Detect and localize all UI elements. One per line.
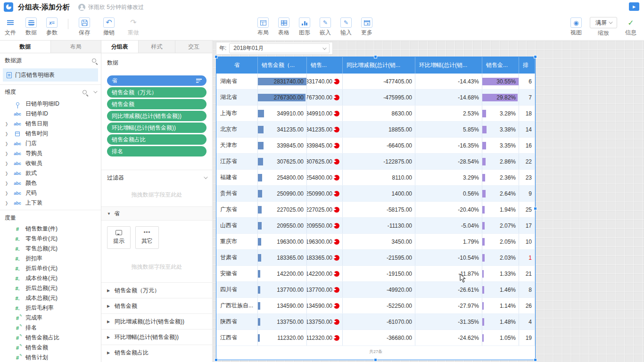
field-pill[interactable]: 环比增幅(总计(销售金额)) [107, 123, 206, 133]
table-row[interactable]: 陕西省133750.00133750.00-61070.00-31.35%1.4… [216, 314, 535, 330]
column-header[interactable]: 环比增幅(总计(销... [415, 57, 482, 74]
input-button[interactable]: ✎ 输入 [336, 17, 356, 37]
layout-button[interactable]: 布局 [253, 17, 273, 37]
more-button[interactable]: 更多 [356, 17, 377, 37]
dimension-item[interactable]: ❯abc收银员 [0, 158, 101, 168]
column-header[interactable]: 销售金额（... [258, 57, 307, 74]
info-button[interactable]: ✓ 信息 [620, 17, 641, 37]
expand-caret-icon[interactable]: ❯ [5, 132, 9, 136]
resize-handle-nw[interactable] [215, 55, 218, 58]
table-row[interactable]: 四川省137700.00137700.00-49920.00-26.61%1.4… [216, 282, 535, 298]
measure-item[interactable]: #.折后单价(元) [0, 263, 101, 273]
measure-item[interactable]: #.折后总额(元) [0, 283, 101, 293]
embed-button[interactable]: ✎ 嵌入 [315, 17, 336, 37]
dimension-item[interactable]: abc日销单ID [0, 109, 101, 119]
table-row[interactable]: 福建省254800.00254800.008110.003.29%2.36%23 [216, 170, 535, 186]
table-row[interactable]: 上海市349910.00349910.008630.002.53%3.28%18 [216, 106, 535, 122]
chevron-down-icon[interactable] [93, 89, 97, 93]
table-row[interactable]: 广东省227025.00227025.00-58175.00-20.40%1.9… [216, 202, 535, 218]
measure-item[interactable]: #.成本价格(元) [0, 273, 101, 283]
table-row[interactable]: 北京市341235.00341235.0018855.005.85%3.38%1… [216, 122, 535, 138]
field-pill[interactable]: 销售金额占比 [107, 134, 206, 145]
collapsed-section[interactable]: ▶销售金额占比 [101, 345, 212, 360]
expand-caret-icon[interactable]: ❯ [5, 181, 9, 186]
dimension-item[interactable]: ❯销售时间 [0, 129, 101, 139]
field-section-sheng[interactable]: ▼ 省 [101, 206, 212, 221]
file-button[interactable]: 文件 [0, 17, 21, 37]
field-pill[interactable]: 同比增减额(总计(销售金额)) [107, 111, 206, 121]
table-row[interactable]: 重庆市196300.00196300.003450.001.79%2.05%10 [216, 234, 535, 250]
field-pill[interactable]: 销售金额（万元） [107, 87, 206, 98]
measure-item[interactable]: #完成率 [0, 313, 101, 323]
table-row[interactable]: 湖北省2767300.002767300.00-475995.00-14.68%… [216, 90, 535, 106]
measure-item[interactable]: #.折扣率 [0, 254, 101, 263]
table-button[interactable]: 表格 [273, 17, 294, 37]
table-row[interactable]: 湖南省2831740.002831740.00-477405.00-14.43%… [216, 74, 535, 90]
chart-button[interactable]: 图形 [294, 17, 315, 37]
expand-caret-icon[interactable]: ❯ [5, 122, 9, 126]
search-icon[interactable] [92, 58, 96, 63]
table-row[interactable]: 安徽省142200.00142200.00-19150.00-11.87%1.3… [216, 266, 535, 282]
tool-button-提示[interactable]: 提示 [107, 226, 131, 249]
table-row[interactable]: 江苏省307625.00307625.00-122875.00-28.54%2.… [216, 154, 535, 170]
column-header[interactable]: 省 [216, 57, 258, 74]
sort-icon[interactable] [196, 79, 202, 83]
resize-handle-ne[interactable] [534, 55, 537, 58]
save-button[interactable]: 保存 [74, 17, 95, 37]
table-row[interactable]: 山西省209550.00209550.00-11130.00-5.04%2.07… [216, 218, 535, 234]
resize-handle-n[interactable] [374, 55, 377, 58]
data-button[interactable]: 数据 [21, 17, 41, 37]
measure-item[interactable]: #.成本总额(元) [0, 293, 101, 303]
dimension-item[interactable]: 日销单明细ID [0, 99, 101, 109]
field-pill[interactable]: 销售金额 [107, 99, 206, 109]
table-row[interactable]: 贵州省250990.00250990.001400.000.56%2.64%9 [216, 186, 535, 202]
grouped-table-widget[interactable]: 省销售金额（...销售...同比增减额(总计(销...环比增幅(总计(销...销… [216, 57, 536, 360]
dimension-item[interactable]: ❯abc颜色 [0, 178, 101, 188]
expand-caret-icon[interactable]: ❯ [5, 161, 9, 166]
config-tab-2[interactable]: 交互 [175, 41, 212, 53]
measure-item[interactable]: #.零售单价(元) [0, 234, 101, 244]
tool-button-其它[interactable]: •••其它 [135, 226, 159, 249]
expand-caret-icon[interactable]: ❯ [5, 201, 9, 206]
measure-item[interactable]: #销售金额占比 [0, 333, 101, 343]
collapsed-section[interactable]: ▶销售金额（万元） [101, 282, 212, 298]
measure-item[interactable]: #销售计划 [0, 353, 101, 362]
dimension-item[interactable]: ❯abc门店 [0, 139, 101, 148]
table-row[interactable]: 甘肃省183365.00183365.00-21595.00-10.54%2.0… [216, 250, 535, 266]
resize-handle-se[interactable] [534, 358, 537, 362]
resize-handle-sw[interactable] [215, 358, 218, 362]
table-row[interactable]: 广西壮族自...134590.00134590.00-52250.00-27.9… [216, 298, 535, 314]
dashboard-canvas[interactable]: 年: 2018年01月 省销售金额（...销售...同比增减额(总计(销...环… [213, 41, 644, 362]
measure-item[interactable]: #排名 [0, 323, 101, 333]
datasource-item[interactable]: 门店销售明细表 [3, 68, 98, 82]
collapsed-section[interactable]: ▶环比增幅(总计(销售金额)) [101, 329, 212, 345]
zoom-dropdown[interactable]: 满屏 [590, 17, 617, 28]
column-header[interactable]: 销售... [307, 57, 343, 74]
config-tab-0[interactable]: 分组表 [101, 41, 139, 53]
dimension-item[interactable]: ❯abc款式 [0, 168, 101, 178]
expand-caret-icon[interactable]: ❯ [5, 191, 9, 196]
undo-button[interactable]: ↶ 撤销 [99, 17, 119, 37]
column-header[interactable]: 排 [519, 57, 535, 74]
expand-caret-icon[interactable]: ❯ [5, 151, 9, 156]
measure-item[interactable]: #.折后毛利率 [0, 303, 101, 313]
collapsed-section[interactable]: ▶同比增减额(总计(销售金额)) [101, 313, 212, 329]
column-header[interactable]: 同比增减额(总计(销... [343, 57, 415, 74]
table-row[interactable]: 江西省112320.00112320.00-36680.00-24.62%1.0… [216, 330, 535, 346]
field-pill[interactable]: 省 [107, 75, 206, 86]
dimension-item[interactable]: ❯abc导购员 [0, 148, 101, 158]
filter-section-header[interactable]: 过滤器 [101, 170, 212, 185]
column-header[interactable]: 销售金... [482, 57, 519, 74]
dimension-item[interactable]: ❯abc上下装 [0, 198, 101, 208]
expand-caret-icon[interactable]: ❯ [5, 141, 9, 146]
left-tab-0[interactable]: 数据 [0, 41, 51, 53]
dimension-item[interactable]: ❯abc尺码 [0, 188, 101, 198]
resize-handle-s[interactable] [374, 358, 377, 362]
measure-item[interactable]: #.零售总额(元) [0, 244, 101, 254]
left-tab-1[interactable]: 布局 [51, 41, 101, 53]
field-pill[interactable]: 排名 [107, 146, 206, 156]
zoom-control[interactable]: 满屏 缩放 [586, 17, 620, 37]
params-button[interactable]: x= 参数 [41, 17, 62, 37]
preview-button[interactable]: ▶ [629, 2, 639, 11]
config-tab-1[interactable]: 样式 [139, 41, 176, 53]
